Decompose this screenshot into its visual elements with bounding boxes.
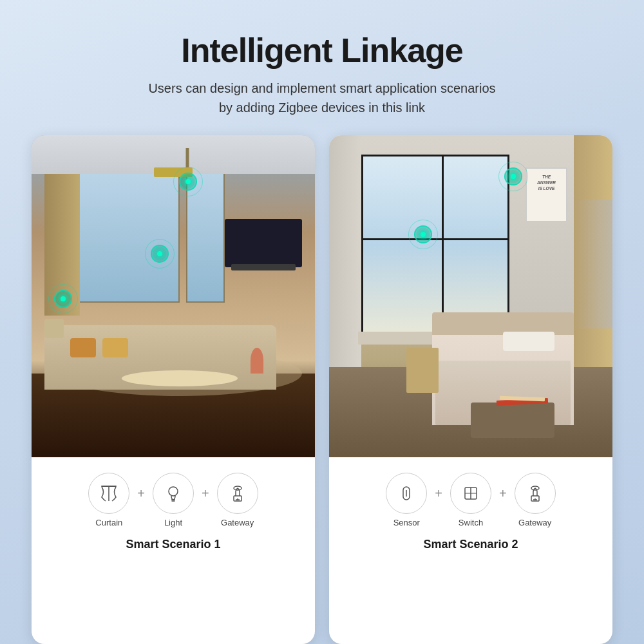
card2-footer: Sensor + Switch + [329, 457, 612, 564]
card1-icons-row: Curtain + Light + [44, 473, 302, 527]
switch-icon [460, 483, 481, 504]
scenario-title-1: Smart Scenario 1 [44, 538, 302, 551]
card1-icon-gateway: Gateway [217, 473, 258, 527]
light-label: Light [164, 518, 182, 527]
card1-icon-curtain: Curtain [88, 473, 129, 527]
light-icon [163, 483, 184, 504]
light-icon-circle [153, 473, 194, 514]
card2-icon-switch: Switch [450, 473, 491, 527]
signal-dot-4 [414, 225, 432, 243]
curtain-icon-circle [88, 473, 129, 514]
card2-icons-row: Sensor + Switch + [342, 473, 600, 527]
cards-container: Curtain + Light + [0, 135, 644, 644]
gateway-label-1: Gateway [221, 518, 254, 527]
card-scenario-1: Curtain + Light + [32, 135, 315, 644]
scenario-title-2: Smart Scenario 2 [342, 538, 600, 551]
sensor-icon [396, 483, 417, 504]
signal-dot-2 [151, 245, 169, 263]
card1-footer: Curtain + Light + [32, 457, 315, 564]
switch-label: Switch [459, 518, 483, 527]
sensor-icon-circle [386, 473, 427, 514]
signal-dot-3 [54, 290, 72, 308]
card2-image: THEANSWERIS LOVE [329, 135, 612, 457]
plus-4: + [499, 486, 507, 501]
curtain-label: Curtain [95, 518, 122, 527]
curtain-icon [99, 483, 119, 504]
signal-dot-5 [504, 167, 522, 185]
gateway-icon-circle-1 [217, 473, 258, 514]
plus-1: + [137, 486, 145, 501]
subtitle-line1: Users can design and implement smart app… [148, 81, 495, 95]
blue-glow [574, 200, 612, 328]
sensor-label: Sensor [393, 518, 420, 527]
gateway-icon-1 [227, 483, 248, 504]
gateway-icon-2 [525, 483, 545, 504]
bedroom-scene: THEANSWERIS LOVE [329, 135, 612, 457]
subtitle: Users can design and implement smart app… [148, 79, 495, 117]
card2-icon-gateway: Gateway [515, 473, 556, 527]
wall-picture: THEANSWERIS LOVE [526, 167, 567, 222]
card-scenario-2: THEANSWERIS LOVE [329, 135, 612, 644]
card1-image [32, 135, 315, 457]
main-title: Intelligent Linkage [148, 31, 495, 70]
card1-icon-light: Light [153, 473, 194, 527]
signal-dot-1 [179, 173, 197, 191]
page-header: Intelligent Linkage Users can design and… [135, 0, 508, 135]
switch-icon-circle [450, 473, 491, 514]
living-room-scene [32, 135, 315, 457]
svg-point-2 [169, 487, 178, 496]
gateway-icon-circle-2 [515, 473, 556, 514]
subtitle-line2: by adding Zigbee devices in this link [219, 100, 425, 115]
plus-3: + [435, 486, 442, 501]
card2-icon-sensor: Sensor [386, 473, 427, 527]
plus-2: + [202, 486, 209, 501]
gateway-label-2: Gateway [518, 518, 551, 527]
